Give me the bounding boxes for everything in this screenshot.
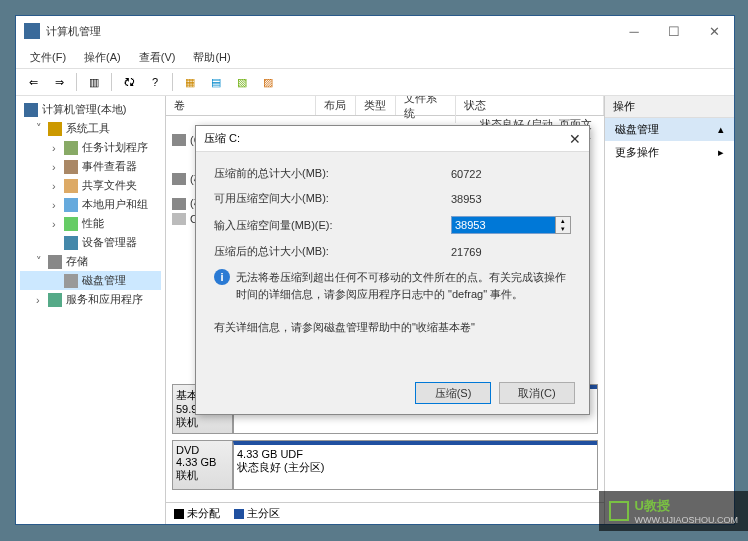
dialog-close-button[interactable]: ✕ xyxy=(569,131,581,147)
cancel-button[interactable]: 取消(C) xyxy=(499,382,575,404)
menubar: 文件(F) 操作(A) 查看(V) 帮助(H) xyxy=(16,46,734,68)
tree-task-scheduler[interactable]: ›任务计划程序 xyxy=(20,138,161,157)
col-layout[interactable]: 布局 xyxy=(316,96,356,115)
actions-pane: 操作 磁盘管理▴ 更多操作▸ xyxy=(604,96,734,524)
tree-shared-folders[interactable]: ›共享文件夹 xyxy=(20,176,161,195)
tree-storage[interactable]: ˅存储 xyxy=(20,252,161,271)
volume-header: 卷 布局 类型 文件系统 状态 xyxy=(166,96,604,116)
view1-icon[interactable]: ▦ xyxy=(179,71,201,93)
refresh-icon[interactable]: 🗘 xyxy=(118,71,140,93)
note-text: 有关详细信息，请参阅磁盘管理帮助中的"收缩基本卷" xyxy=(214,320,571,335)
menu-file[interactable]: 文件(F) xyxy=(22,48,74,67)
caret-right-icon: ▸ xyxy=(718,146,724,159)
caret-up-icon: ▴ xyxy=(718,123,724,136)
view3-icon[interactable]: ▧ xyxy=(231,71,253,93)
minimize-button[interactable]: ─ xyxy=(614,16,654,46)
spin-down-icon: ▾ xyxy=(556,225,570,233)
tree-root[interactable]: 计算机管理(本地) xyxy=(20,100,161,119)
spinner[interactable]: ▴▾ xyxy=(555,216,571,234)
pane-icon[interactable]: ▥ xyxy=(83,71,105,93)
shrink-dialog: 压缩 C: ✕ 压缩前的总计大小(MB): 60722 可用压缩空间大小(MB)… xyxy=(195,125,590,415)
forward-icon[interactable]: ⇒ xyxy=(48,71,70,93)
maximize-button[interactable]: ☐ xyxy=(654,16,694,46)
view4-icon[interactable]: ▨ xyxy=(257,71,279,93)
menu-view[interactable]: 查看(V) xyxy=(131,48,184,67)
app-icon xyxy=(24,23,40,39)
shrink-amount-input[interactable] xyxy=(451,216,556,234)
view2-icon[interactable]: ▤ xyxy=(205,71,227,93)
col-type[interactable]: 类型 xyxy=(356,96,396,115)
info-text: 无法将卷压缩到超出任何不可移动的文件所在的点。有关完成该操作时间的详细信息，请参… xyxy=(236,269,571,302)
tree-system-tools[interactable]: ˅系统工具 xyxy=(20,119,161,138)
window-title: 计算机管理 xyxy=(46,24,101,39)
shrink-button[interactable]: 压缩(S) xyxy=(415,382,491,404)
dialog-title: 压缩 C: xyxy=(204,131,240,146)
watermark-logo-icon xyxy=(609,501,629,521)
actions-header: 操作 xyxy=(605,96,734,118)
disk-1[interactable]: DVD4.33 GB联机 4.33 GB UDF状态良好 (主分区) xyxy=(172,440,598,490)
legend: 未分配 主分区 xyxy=(166,502,604,524)
after-size-value: 21769 xyxy=(451,246,571,258)
dialog-titlebar: 压缩 C: ✕ xyxy=(196,126,589,152)
after-size-label: 压缩后的总计大小(MB): xyxy=(214,244,451,259)
avail-space-label: 可用压缩空间大小(MB): xyxy=(214,191,451,206)
col-volume[interactable]: 卷 xyxy=(166,96,316,115)
tree-local-users[interactable]: ›本地用户和组 xyxy=(20,195,161,214)
tree-device-manager[interactable]: 设备管理器 xyxy=(20,233,161,252)
avail-space-value: 38953 xyxy=(451,193,571,205)
close-button[interactable]: ✕ xyxy=(694,16,734,46)
tree-performance[interactable]: ›性能 xyxy=(20,214,161,233)
actions-diskmgmt[interactable]: 磁盘管理▴ xyxy=(605,118,734,141)
navigation-tree: 计算机管理(本地) ˅系统工具 ›任务计划程序 ›事件查看器 ›共享文件夹 ›本… xyxy=(16,96,166,524)
tree-event-viewer[interactable]: ›事件查看器 xyxy=(20,157,161,176)
before-size-label: 压缩前的总计大小(MB): xyxy=(214,166,451,181)
before-size-value: 60722 xyxy=(451,168,571,180)
back-icon[interactable]: ⇐ xyxy=(22,71,44,93)
menu-help[interactable]: 帮助(H) xyxy=(185,48,238,67)
tree-services[interactable]: ›服务和应用程序 xyxy=(20,290,161,309)
info-icon: i xyxy=(214,269,230,285)
col-status[interactable]: 状态 xyxy=(456,96,604,115)
toolbar: ⇐ ⇒ ▥ 🗘 ? ▦ ▤ ▧ ▨ xyxy=(16,68,734,96)
shrink-amount-label: 输入压缩空间量(MB)(E): xyxy=(214,218,451,233)
watermark: U教授 WWW.UJIAOSHOU.COM xyxy=(599,491,749,531)
titlebar: 计算机管理 ─ ☐ ✕ xyxy=(16,16,734,46)
tree-disk-management[interactable]: 磁盘管理 xyxy=(20,271,161,290)
actions-more[interactable]: 更多操作▸ xyxy=(605,141,734,164)
spin-up-icon: ▴ xyxy=(556,217,570,225)
help-icon[interactable]: ? xyxy=(144,71,166,93)
menu-action[interactable]: 操作(A) xyxy=(76,48,129,67)
